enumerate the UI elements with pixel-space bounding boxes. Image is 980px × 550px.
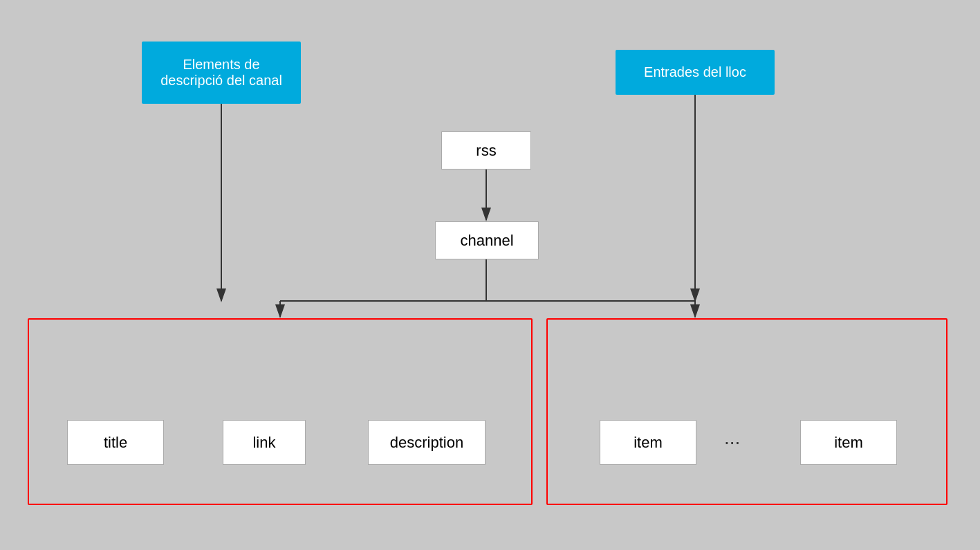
blue-left-label: Elements de descripció del canal xyxy=(156,57,287,89)
link-label: link xyxy=(252,434,275,452)
ellipsis: ... xyxy=(724,427,740,449)
diagram-container: Elements de descripció del canal Entrade… xyxy=(0,0,980,550)
node-item-right: item xyxy=(800,420,897,465)
channel-label: channel xyxy=(460,232,513,250)
item-left-label: item xyxy=(634,434,663,452)
node-channel: channel xyxy=(435,221,539,259)
node-rss: rss xyxy=(441,131,531,169)
node-item-left: item xyxy=(600,420,696,465)
rss-label: rss xyxy=(476,142,496,160)
item-right-label: item xyxy=(834,434,863,452)
ellipsis-label: ... xyxy=(724,427,740,448)
blue-right-label: Entrades del lloc xyxy=(644,64,746,80)
node-link: link xyxy=(223,420,306,465)
blue-box-left: Elements de descripció del canal xyxy=(142,42,301,104)
description-label: description xyxy=(390,434,463,452)
group-left: title link description xyxy=(28,318,533,505)
node-title: title xyxy=(67,420,164,465)
node-description: description xyxy=(368,420,486,465)
blue-box-right: Entrades del lloc xyxy=(616,50,775,95)
title-label: title xyxy=(104,434,127,452)
group-right: item ... item xyxy=(546,318,947,505)
